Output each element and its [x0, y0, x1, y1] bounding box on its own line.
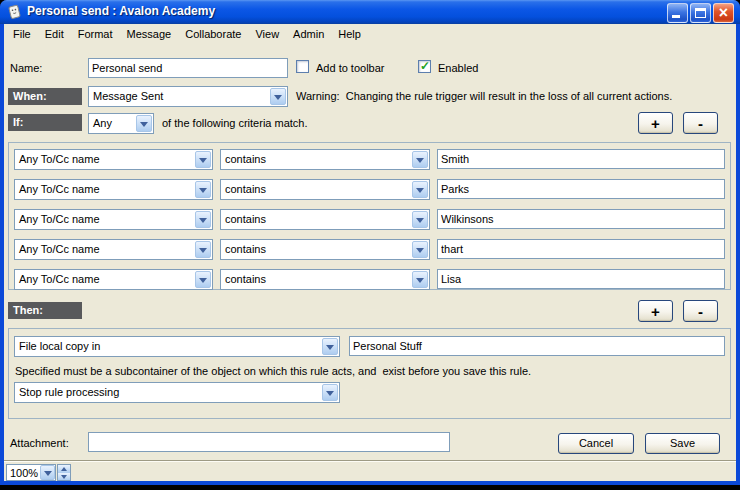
criteria-operator-select[interactable]: contains: [220, 179, 430, 200]
zoom-select[interactable]: 100%: [6, 464, 56, 481]
spinner-up-icon[interactable]: [58, 465, 70, 473]
criteria-operator-select[interactable]: contains: [220, 239, 430, 260]
maximize-icon: [695, 8, 706, 18]
chevron-down-icon: [322, 384, 338, 401]
chevron-down-icon: [195, 211, 211, 228]
menu-view[interactable]: View: [248, 24, 286, 46]
chevron-down-icon: [195, 151, 211, 168]
zoom-stepper: [57, 464, 71, 481]
then-action-select[interactable]: File local copy in: [14, 336, 340, 357]
criteria-operator-select[interactable]: contains: [220, 209, 430, 230]
window-title: Personal send : Avalon Academy: [27, 4, 215, 18]
minimize-icon: [672, 15, 680, 18]
add-to-toolbar-label: Add to toolbar: [316, 62, 385, 75]
chevron-down-icon: [412, 271, 428, 288]
enabled-checkbox[interactable]: [418, 60, 431, 73]
attachment-input[interactable]: [88, 432, 450, 452]
menu-message[interactable]: Message: [120, 24, 179, 46]
when-trigger-select[interactable]: Message Sent: [88, 86, 288, 107]
chevron-down-icon: [195, 241, 211, 258]
add-criteria-button[interactable]: +: [638, 112, 673, 134]
if-match-select[interactable]: Any: [88, 113, 154, 134]
add-to-toolbar-checkbox[interactable]: [296, 60, 309, 73]
spinner-down-icon[interactable]: [58, 473, 70, 481]
menu-bar: File Edit Format Message Collaborate Vie…: [4, 24, 736, 46]
remove-criteria-button[interactable]: -: [683, 112, 718, 134]
attachment-label: Attachment:: [10, 437, 69, 450]
screen: Personal send : Avalon Academy File Edit…: [0, 0, 740, 490]
dialog-window: Personal send : Avalon Academy File Edit…: [0, 0, 740, 485]
cancel-button[interactable]: Cancel: [558, 433, 634, 454]
criteria-value-input[interactable]: [437, 149, 725, 169]
save-button[interactable]: Save: [645, 433, 720, 454]
chevron-down-icon: [270, 88, 286, 105]
name-label: Name:: [10, 62, 42, 75]
then-group: File local copy in Specified must be a s…: [8, 328, 731, 419]
criteria-field-select[interactable]: Any To/Cc name: [14, 209, 213, 230]
remove-action-button[interactable]: -: [683, 300, 718, 322]
criteria-group: Any To/Cc name contains Any To/Cc name: [8, 142, 731, 290]
if-suffix-text: of the following criteria match.: [162, 117, 308, 130]
chevron-down-icon: [412, 241, 428, 258]
menu-format[interactable]: Format: [71, 24, 120, 46]
when-section-label: When:: [8, 88, 82, 105]
then-target-input[interactable]: [349, 336, 725, 356]
add-action-button[interactable]: +: [638, 300, 673, 322]
criteria-field-select[interactable]: Any To/Cc name: [14, 239, 213, 260]
status-bar: 100%: [4, 460, 736, 481]
then-note-text: Specified must be a subcontainer of the …: [15, 365, 531, 378]
when-warning-text: Warning: Changing the rule trigger will …: [296, 90, 672, 103]
then-section-label: Then:: [8, 302, 82, 319]
chevron-down-icon[interactable]: [40, 465, 55, 480]
menu-file[interactable]: File: [6, 24, 38, 46]
window-icon: [6, 4, 22, 20]
menu-help[interactable]: Help: [331, 24, 368, 46]
chevron-down-icon: [136, 115, 152, 132]
close-button[interactable]: [713, 3, 734, 23]
criteria-value-input[interactable]: [437, 269, 725, 289]
chevron-down-icon: [322, 338, 338, 355]
menu-edit[interactable]: Edit: [38, 24, 71, 46]
if-section-label: If:: [8, 114, 82, 131]
criteria-value-input[interactable]: [437, 209, 725, 229]
post-action-select[interactable]: Stop rule processing: [14, 382, 340, 403]
criteria-operator-select[interactable]: contains: [220, 149, 430, 170]
zoom-control: 100%: [6, 464, 71, 481]
minimize-button[interactable]: [667, 3, 688, 23]
criteria-value-input[interactable]: [437, 179, 725, 199]
chevron-down-icon: [412, 211, 428, 228]
dialog-body: File Edit Format Message Collaborate Vie…: [4, 24, 736, 481]
criteria-field-select[interactable]: Any To/Cc name: [14, 149, 213, 170]
name-input[interactable]: [88, 58, 288, 78]
chevron-down-icon: [195, 271, 211, 288]
menu-admin[interactable]: Admin: [286, 24, 331, 46]
chevron-down-icon: [412, 181, 428, 198]
criteria-field-select[interactable]: Any To/Cc name: [14, 179, 213, 200]
chevron-down-icon: [195, 181, 211, 198]
criteria-value-input[interactable]: [437, 239, 725, 259]
zoom-value: 100%: [7, 465, 40, 480]
titlebar: Personal send : Avalon Academy: [0, 0, 740, 24]
maximize-button[interactable]: [690, 3, 711, 23]
criteria-operator-select[interactable]: contains: [220, 269, 430, 290]
menu-collaborate[interactable]: Collaborate: [178, 24, 248, 46]
enabled-label: Enabled: [438, 62, 478, 75]
chevron-down-icon: [412, 151, 428, 168]
criteria-field-select[interactable]: Any To/Cc name: [14, 269, 213, 290]
